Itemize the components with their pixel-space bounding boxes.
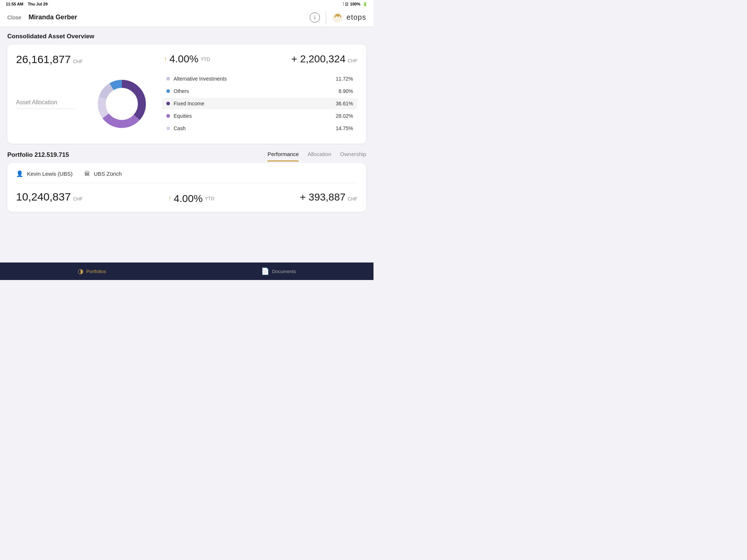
legend-percent-fixed: 36.61% — [336, 101, 353, 106]
allocation-section: Asset Allocation — [16, 73, 357, 135]
ytd-arrow-icon: ↑ — [164, 55, 167, 63]
gain-value: + 2,200,324 — [291, 53, 346, 65]
legend-dot-others — [166, 89, 170, 93]
legend-percent-cash: 14.75% — [336, 125, 353, 131]
donut-chart-container — [89, 75, 155, 133]
header-divider — [326, 11, 326, 24]
documents-icon: 📄 — [261, 267, 269, 275]
ytd-percent: 4.00% — [170, 53, 198, 65]
allocation-label: Asset Allocation — [16, 99, 89, 106]
etops-logo-text: etops — [347, 13, 366, 22]
portfolio-meta: 👤 Kevin Lewis (UBS) 🏛 UBS Zürich — [16, 170, 357, 183]
legend-name-equities: Equities — [174, 113, 336, 119]
etops-logo-icon — [332, 12, 344, 23]
portfolio-gain-value: + 393,887 — [300, 191, 345, 203]
legend-dot-equities — [166, 114, 170, 118]
legend-name-alt: Alternative Investments — [174, 76, 336, 82]
portfolio-gain-currency: CHF — [348, 196, 357, 202]
bank-icon: 🏛 — [84, 171, 90, 177]
close-button[interactable]: Close — [7, 14, 21, 20]
nav-documents[interactable]: 📄 Documents — [261, 267, 296, 275]
bottom-nav: ◑ Portfolios 📄 Documents — [0, 262, 374, 280]
status-time-date: 11:55 AM Thu Jul 29 — [6, 2, 48, 6]
documents-label: Documents — [272, 269, 296, 274]
portfolio-ytd-percent: 4.00% — [174, 193, 202, 205]
header-actions: i etops — [310, 11, 366, 24]
legend-name-cash: Cash — [174, 125, 336, 131]
legend-percent-equities: 28.02% — [336, 113, 353, 119]
portfolio-tabs: Performance Allocation Ownership — [267, 151, 366, 159]
info-button[interactable]: i — [310, 12, 320, 23]
allocation-divider — [16, 109, 74, 109]
legend-dot-alt — [166, 77, 170, 81]
legend-item-equities: Equities 28.02% — [162, 110, 357, 122]
overview-section-title: Consolidated Asset Overview — [7, 33, 366, 40]
legend-item-alt-investments: Alternative Investments 11.72% — [162, 73, 357, 85]
client-name: Miranda Gerber — [28, 13, 77, 21]
total-value: 26,161,877 — [16, 53, 71, 66]
legend-item-fixed-income: Fixed Income 36.61% — [162, 98, 357, 109]
wifi-icon: ⋮⍁ — [341, 2, 348, 7]
battery-level: 100% — [350, 2, 360, 6]
asset-overview-card: 26,161,877 CHF ↑ 4.00% YTD + 2,200,324 C… — [7, 44, 366, 144]
gain-block: + 2,200,324 CHF — [291, 53, 357, 65]
portfolios-label: Portfolios — [86, 269, 106, 274]
legend-name-others: Others — [174, 88, 338, 94]
etops-logo: etops — [332, 12, 366, 23]
battery-icon: 🔋 — [363, 2, 368, 7]
portfolio-header: Portfolio 212.519.715 Performance Alloca… — [7, 151, 366, 159]
legend-dot-fixed — [166, 102, 170, 105]
tab-allocation[interactable]: Allocation — [307, 151, 331, 159]
legend-percent-alt: 11.72% — [336, 76, 353, 82]
status-time: 11:55 AM — [6, 2, 23, 6]
bank-name: UBS Zürich — [94, 171, 122, 177]
allocation-label-block: Asset Allocation — [16, 99, 89, 109]
portfolio-ytd-arrow: ↑ — [168, 195, 171, 202]
tab-ownership[interactable]: Ownership — [340, 151, 366, 159]
ytd-label: YTD — [201, 57, 210, 62]
info-icon: i — [314, 15, 316, 20]
portfolio-main-value-block: 10,240,837 CHF — [16, 191, 83, 203]
svg-point-1 — [336, 14, 339, 17]
portfolio-card: 👤 Kevin Lewis (UBS) 🏛 UBS Zürich 10,240,… — [7, 163, 366, 212]
donut-chart — [93, 75, 151, 133]
legend-dot-cash — [166, 127, 170, 130]
header: Close Miranda Gerber i etops — [0, 8, 374, 27]
portfolios-icon: ◑ — [78, 267, 84, 275]
tab-performance[interactable]: Performance — [267, 151, 299, 159]
status-bar: 11:55 AM Thu Jul 29 ⋮⍁ 100% 🔋 — [0, 0, 374, 8]
main-value-block: 26,161,877 CHF — [16, 53, 83, 66]
legend-name-fixed: Fixed Income — [174, 101, 336, 106]
portfolio-numbers: 10,240,837 CHF ↑ 4.00% YTD + 393,887 CHF — [16, 191, 357, 205]
ytd-block: ↑ 4.00% YTD — [164, 53, 210, 65]
legend-item-cash: Cash 14.75% — [162, 122, 357, 134]
status-date: Thu Jul 29 — [28, 2, 47, 6]
advisor-name: Kevin Lewis (UBS) — [27, 171, 73, 177]
overview-top-row: 26,161,877 CHF ↑ 4.00% YTD + 2,200,324 C… — [16, 53, 357, 66]
legend-item-others: Others 8.90% — [162, 85, 357, 97]
main-content: Consolidated Asset Overview 26,161,877 C… — [0, 27, 374, 262]
person-icon: 👤 — [16, 170, 23, 177]
portfolio-ytd-block: ↑ 4.00% YTD — [168, 193, 214, 205]
portfolio-total-value: 10,240,837 — [16, 191, 71, 203]
nav-portfolios[interactable]: ◑ Portfolios — [78, 267, 106, 275]
portfolio-total-currency: CHF — [73, 196, 83, 202]
legend-percent-others: 8.90% — [338, 88, 353, 94]
total-currency: CHF — [73, 59, 83, 64]
portfolio-title: Portfolio 212.519.715 — [7, 151, 267, 159]
legend-container: Alternative Investments 11.72% Others 8.… — [162, 73, 357, 135]
portfolio-gain-block: + 393,887 CHF — [300, 191, 357, 203]
portfolio-ytd-label: YTD — [205, 196, 214, 201]
bank-info: 🏛 UBS Zürich — [84, 170, 122, 177]
advisor-info: 👤 Kevin Lewis (UBS) — [16, 170, 73, 177]
gain-currency: CHF — [348, 58, 357, 63]
